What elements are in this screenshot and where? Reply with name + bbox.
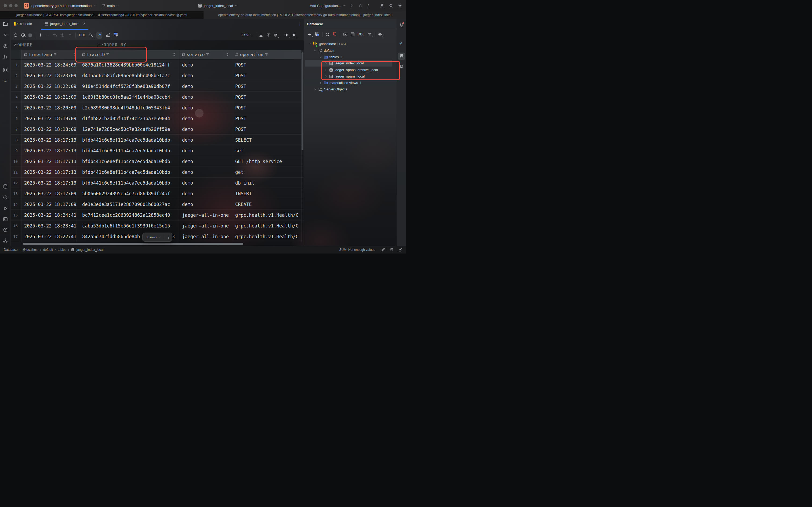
read-only-pen-icon[interactable] <box>381 247 385 252</box>
row-number[interactable]: 8 <box>11 138 21 142</box>
mail-at-icon[interactable]: @ <box>400 41 402 46</box>
row-number[interactable]: 11 <box>11 170 21 174</box>
services-tool-icon[interactable] <box>3 184 8 189</box>
traffic-light-zoom[interactable] <box>14 4 18 7</box>
breadcrumb[interactable]: @localhost <box>22 248 38 251</box>
disconnect-icon[interactable] <box>333 32 337 37</box>
pull-requests-icon[interactable] <box>3 55 8 60</box>
cell-service[interactable]: demo <box>179 148 234 154</box>
cell-service[interactable]: jaeger-all-in-one <box>179 223 234 229</box>
cell-operation[interactable]: POST <box>234 95 304 100</box>
sort-control[interactable] <box>226 53 229 57</box>
stop-icon[interactable] <box>29 34 32 37</box>
breadcrumb[interactable]: jaeger_index_local <box>77 248 103 251</box>
tree-item-tables-folder[interactable]: tables 3 <box>319 54 342 60</box>
cell-trace-id[interactable]: 6876a10cf3628d489bbb00e4e18124ff <box>77 62 179 68</box>
ddl-button[interactable]: DDL <box>79 33 86 37</box>
column-filter-icon[interactable] <box>206 53 209 56</box>
cell-operation[interactable]: get <box>234 170 304 175</box>
row-number[interactable]: 1 <box>11 63 21 67</box>
row-number[interactable]: 6 <box>11 116 21 121</box>
column-header-service[interactable]: service <box>179 52 234 57</box>
chevron-right-icon[interactable] <box>314 88 317 91</box>
cell-trace-id[interactable]: bfdb441c6e8ef11b4ca7ec5dada10bdb <box>77 159 179 164</box>
import-export-icon[interactable] <box>367 32 372 37</box>
row-number[interactable]: 3 <box>11 84 21 89</box>
cell-timestamp[interactable]: 2025-03-22 18:17:13 <box>21 159 77 164</box>
ai-mascot-icon[interactable] <box>390 247 394 252</box>
debug-icon[interactable] <box>358 3 362 8</box>
export-format-selector[interactable]: CSV <box>242 33 253 37</box>
cell-trace-id[interactable]: 12e741e7285cec50c7e82cafb26ff59e <box>77 127 179 132</box>
row-number[interactable]: 7 <box>11 127 21 131</box>
cell-service[interactable]: demo <box>179 137 234 143</box>
row-number[interactable]: 13 <box>11 191 21 196</box>
cell-service[interactable]: jaeger-all-in-one <box>179 213 234 218</box>
search-icon[interactable] <box>89 33 93 37</box>
traffic-light-minimize[interactable] <box>9 4 12 7</box>
row-number[interactable]: 9 <box>11 149 21 153</box>
cell-trace-id[interactable]: bfdb441c6e8ef11b4ca7ec5dada10bdb <box>77 137 179 143</box>
submit-icon[interactable] <box>60 33 65 37</box>
cell-trace-id[interactable]: caba53db1c6f15e56d1f3939f6e15d15 <box>77 223 179 229</box>
cell-timestamp[interactable]: 2025-03-22 18:20:09 <box>21 105 77 111</box>
table-row[interactable]: 3 2025-03-22 18:22:09 918e4534dd4fcf5728… <box>11 81 304 92</box>
view-options-icon[interactable] <box>378 32 382 37</box>
cell-operation[interactable]: POST <box>234 84 304 89</box>
cell-service[interactable]: demo <box>179 95 234 100</box>
aggregate-status[interactable]: SUM: Not enough values <box>340 248 375 251</box>
table-row[interactable]: 11 2025-03-22 18:17:13 bfdb441c6e8ef11b4… <box>11 167 304 178</box>
breadcrumb[interactable]: default <box>43 248 53 251</box>
run-icon[interactable] <box>350 3 354 8</box>
cell-service[interactable]: demo <box>179 202 234 207</box>
cell-trace-id[interactable]: bfdb441c6e8ef11b4ca7ec5dada10bdb <box>77 148 179 154</box>
breadcrumb[interactable]: tables <box>58 248 66 251</box>
cell-service[interactable]: jaeger-all-in-one <box>179 234 234 239</box>
cell-timestamp[interactable]: 2025-03-22 18:17:09 <box>21 202 77 207</box>
row-number[interactable]: 16 <box>11 224 21 228</box>
cell-operation[interactable]: set <box>234 148 304 154</box>
tab-console[interactable]: console <box>14 22 32 26</box>
tree-item-connection[interactable]: @localhost 1 of 4 <box>308 41 347 47</box>
run-widget-target[interactable]: jaeger_index_local <box>198 0 238 11</box>
refresh-icon[interactable] <box>13 33 18 37</box>
more-tools-icon[interactable]: … <box>3 78 7 82</box>
jump-to-console-icon[interactable] <box>343 32 348 37</box>
status-breadcrumbs[interactable]: Database › @localhost › default › tables… <box>0 248 103 251</box>
cell-operation[interactable]: SELECT <box>234 137 304 143</box>
cell-timestamp[interactable]: 2025-03-22 18:23:09 <box>21 73 77 78</box>
upload-icon[interactable] <box>266 33 270 37</box>
cell-timestamp[interactable]: 2025-03-22 18:24:41 <box>21 213 77 218</box>
grid-settings-icon[interactable] <box>292 33 296 37</box>
structure-tool-icon[interactable] <box>3 68 8 72</box>
table-row[interactable]: 16 2025-03-22 18:23:41 caba53db1c6f15e56… <box>11 221 304 231</box>
cell-service[interactable]: demo <box>179 127 234 132</box>
cell-trace-id[interactable]: bfdb441c6e8ef11b4ca7ec5dada10bdb <box>77 170 179 175</box>
cell-timestamp[interactable]: 2025-03-22 18:17:13 <box>21 137 77 143</box>
ddl-view-button[interactable]: DDL <box>358 33 364 36</box>
cell-trace-id[interactable]: bfdb441c6e8ef11b4ca7ec5dada10bdb <box>77 180 179 186</box>
close-icon[interactable] <box>83 22 86 25</box>
add-configuration-button[interactable]: Add Configuration... <box>310 4 345 8</box>
cell-timestamp[interactable]: 2025-03-22 18:19:09 <box>21 116 77 121</box>
cell-operation[interactable]: POST <box>234 127 304 132</box>
column-divider[interactable] <box>77 50 77 242</box>
column-filter-icon[interactable] <box>265 53 268 56</box>
commit-tool-icon[interactable] <box>3 33 8 37</box>
cell-service[interactable]: demo <box>179 62 234 68</box>
play-tool-icon[interactable] <box>3 206 8 211</box>
chevron-down-icon[interactable] <box>308 42 311 46</box>
table-row[interactable]: 13 2025-03-22 18:17:09 5b066062924895e54… <box>11 188 304 199</box>
table-row[interactable]: 2 2025-03-22 18:23:09 d415ad6c58af7096ee… <box>11 70 304 81</box>
refresh-icon[interactable] <box>325 32 330 37</box>
cell-trace-id[interactable]: bc7412cee1cc2063924862a12858ec40 <box>77 213 179 218</box>
ai-assistant-icon[interactable] <box>3 44 8 49</box>
row-number[interactable]: 15 <box>11 213 21 217</box>
column-divider[interactable] <box>234 50 234 242</box>
view-options-icon[interactable] <box>284 33 289 37</box>
add-row-icon[interactable] <box>38 33 42 37</box>
cell-service[interactable]: demo <box>179 73 234 78</box>
table-row[interactable]: 15 2025-03-22 18:24:41 bc7412cee1cc20639… <box>11 210 304 221</box>
cell-service[interactable]: demo <box>179 116 234 121</box>
cell-operation[interactable]: grpc.health.v1.Health/C <box>234 223 304 229</box>
